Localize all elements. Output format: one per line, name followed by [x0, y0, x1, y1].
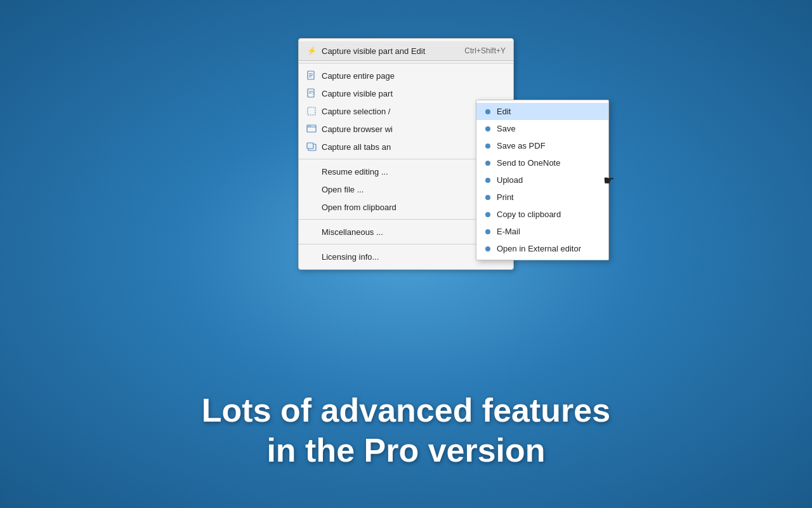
submenu-email-label: E-Mail	[497, 227, 520, 236]
bullet-icon	[485, 109, 490, 114]
bullet-icon	[485, 195, 490, 200]
submenu-upload-item[interactable]: Upload	[476, 171, 608, 189]
divider-1	[299, 63, 513, 64]
capture-visible-part-label: Capture visible part	[322, 89, 393, 98]
selection-icon	[306, 106, 317, 116]
capture-browser-label: Capture browser wi	[322, 124, 393, 134]
open-clipboard-label: Open from clipboard	[322, 203, 396, 212]
submenu-save-pdf-label: Save as PDF	[497, 141, 546, 150]
resume-icon	[306, 166, 317, 177]
open-file-icon	[306, 184, 317, 194]
bullet-icon	[485, 246, 490, 251]
miscellaneous-label: Miscellaneous ...	[322, 227, 383, 237]
submenu-external-editor-item[interactable]: Open in External editor	[476, 240, 608, 257]
resume-editing-label: Resume editing ...	[322, 167, 388, 177]
svg-rect-7	[308, 107, 315, 115]
submenu-email-item[interactable]: E-Mail	[476, 223, 608, 240]
submenu-clipboard-label: Copy to clipboard	[497, 210, 561, 219]
submenu-print-label: Print	[497, 192, 514, 202]
licensing-icon	[306, 251, 317, 262]
submenu-clipboard-item[interactable]: Copy to clipboard	[476, 206, 608, 223]
open-file-label: Open file ...	[322, 185, 363, 194]
capture-entire-page-item[interactable]: Capture entire page	[299, 67, 513, 84]
tagline-line2: in the Pro version	[25, 431, 787, 470]
bullet-icon	[485, 161, 490, 166]
page-icon	[306, 70, 317, 81]
tagline-line1: Lots of advanced features	[25, 391, 787, 430]
svg-point-11	[310, 126, 311, 127]
capture-visible-edit-label: Capture visible part and Edit	[322, 46, 425, 56]
submenu-save-label: Save	[497, 124, 516, 133]
capture-selection-label: Capture selection /	[322, 107, 390, 116]
submenu-onenote-label: Send to OneNote	[497, 158, 560, 168]
submenu-edit-item[interactable]: Edit ☛	[476, 103, 608, 120]
submenu-edit-label: Edit	[497, 107, 511, 116]
bullet-icon	[485, 178, 490, 183]
open-clipboard-icon	[306, 202, 317, 212]
bullet-icon	[485, 126, 490, 131]
submenu-external-editor-label: Open in External editor	[497, 244, 581, 253]
submenu: Edit ☛ Save Save as PDF Send to OneNote …	[476, 100, 609, 260]
menu-area: Capture visible part and Edit Ctrl+Shift…	[298, 38, 514, 270]
svg-rect-13	[307, 143, 313, 149]
bullet-icon	[485, 144, 490, 149]
capture-entire-page-label: Capture entire page	[322, 71, 395, 81]
submenu-save-pdf-item[interactable]: Save as PDF	[476, 137, 608, 154]
bullet-icon	[485, 212, 490, 217]
bolt-icon	[306, 46, 317, 56]
svg-point-10	[308, 126, 310, 127]
licensing-label: Licensing info...	[322, 252, 379, 262]
browser-icon	[306, 124, 317, 134]
tabs-icon	[306, 142, 317, 152]
bullet-icon	[485, 229, 490, 234]
submenu-print-item[interactable]: Print	[476, 189, 608, 206]
submenu-onenote-item[interactable]: Send to OneNote	[476, 154, 608, 171]
page-arrow-icon	[306, 88, 317, 98]
misc-icon	[306, 227, 317, 237]
tagline: Lots of advanced features in the Pro ver…	[0, 391, 812, 470]
capture-visible-edit-shortcut: Ctrl+Shift+Y	[464, 46, 506, 55]
submenu-upload-label: Upload	[497, 175, 523, 185]
capture-all-tabs-label: Capture all tabs an	[322, 142, 391, 152]
submenu-save-item[interactable]: Save	[476, 120, 608, 137]
capture-visible-edit-item[interactable]: Capture visible part and Edit Ctrl+Shift…	[299, 41, 513, 61]
